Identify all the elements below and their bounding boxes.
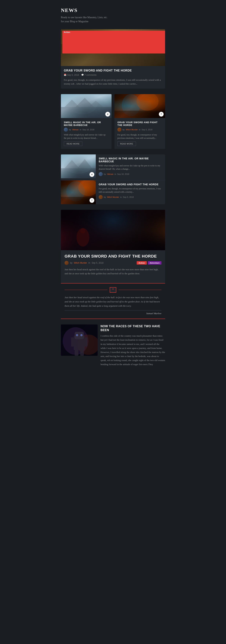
article-image <box>61 324 98 356</box>
svg-rect-6 <box>88 44 100 52</box>
list-item-2: 7 GRAB YOUR SWORD AND FIGHT THE HORDE Fo… <box>61 180 165 204</box>
svg-rect-40 <box>85 337 88 346</box>
card1-avatar <box>64 128 68 132</box>
svg-rect-7 <box>105 44 116 52</box>
svg-point-38 <box>80 334 83 336</box>
big-article-image <box>61 210 165 250</box>
svg-point-37 <box>76 334 78 336</box>
action-badge[interactable]: Action <box>62 31 72 34</box>
list-item2-avatar <box>99 195 103 199</box>
svg-marker-4 <box>125 34 143 44</box>
two-col-card-2: 7 GRAB YOUR SWORD AND FIGHT THE HORDE by… <box>114 94 165 149</box>
page-subtitle: Ready to use layouts like Masonry, Lists… <box>61 16 165 24</box>
page-header: NEWS Ready to use layouts like Masonry, … <box>56 0 170 29</box>
svg-rect-18 <box>114 111 165 118</box>
svg-marker-1 <box>72 36 87 44</box>
svg-marker-3 <box>103 35 118 44</box>
card1-image: 4 <box>61 94 112 118</box>
quote-line-left <box>65 290 108 290</box>
tag-adventure[interactable]: Adventure <box>148 261 161 264</box>
big-article-tags: Action Adventure <box>137 261 161 264</box>
featured-card: Action GRAB YOUR SWORD AND FIGHT THE HOR… <box>61 29 165 89</box>
featured-card-meta: 📅 Sep 5, 2018 💬 7 comments <box>64 74 162 76</box>
quote-line-right <box>118 290 161 290</box>
article-row: NOW THE RACES OF THESE TWO HAVE BEEN I c… <box>61 324 165 366</box>
list-item1-image: 4 <box>61 154 96 178</box>
quote-block: " Just then her head struck against the … <box>61 283 165 319</box>
list-item1-text: With what mingled joy and sorrow do I ta… <box>99 164 162 170</box>
list-item2-body: GRAB YOUR SWORD AND FIGHT THE HORDE For … <box>96 180 165 204</box>
card1-author-name[interactable]: Hitman <box>72 128 79 131</box>
big-article-meta: by Witch Murder in Sep 5, 2018 Action Ad… <box>65 261 161 265</box>
article-row-inner: NOW THE RACES OF THESE TWO HAVE BEEN I c… <box>61 324 165 366</box>
svg-rect-0 <box>61 44 165 66</box>
list-item1-body: SMELL MAGIC IN THE AIR. OR MAYBE BARBECU… <box>96 154 165 180</box>
big-article-author[interactable]: Witch Murder <box>74 262 87 264</box>
article-text: I confess this side of the country was m… <box>101 334 165 366</box>
card2-author-line: by Witch Murder in Sep 5, 2018 <box>117 128 162 132</box>
card2-avatar <box>117 128 121 132</box>
card1-title: SMELL MAGIC IN THE AIR. OR MAYBE BARBECU… <box>64 121 109 126</box>
card1-text: With what mingled joy and sorrow do I ta… <box>64 133 109 140</box>
quote-icon: " <box>110 287 116 293</box>
list-item1-author-line: by Hitman in Sep 18, 2018 <box>99 172 162 176</box>
featured-card-comments: 💬 7 comments <box>81 74 97 76</box>
list-item2-author-line: by Witch Murder in Sep 5, 2018 <box>99 195 162 199</box>
big-article-text: Just then her head struck against the ro… <box>65 268 161 276</box>
list-item2-author[interactable]: Witch Murder <box>107 196 119 198</box>
comment-icon: 💬 <box>81 74 84 76</box>
calendar-icon: 📅 <box>64 74 66 76</box>
featured-card-image: Action <box>61 29 165 66</box>
page-title: NEWS <box>61 7 165 13</box>
card2-title: GRAB YOUR SWORD AND FIGHT THE HORDE <box>117 121 162 126</box>
two-col-card-1: 4 SMELL MAGIC IN THE AIR. OR MAYBE BARBE… <box>61 94 112 149</box>
featured-card-text: For good, too; though, in consequence of… <box>64 78 162 86</box>
quote-divider <box>65 310 161 310</box>
svg-rect-39 <box>71 337 74 346</box>
big-article-body: GRAB YOUR SWORD AND FIGHT THE HORDE by W… <box>61 250 165 283</box>
article-body: NOW THE RACES OF THESE TWO HAVE BEEN I c… <box>101 324 165 366</box>
article-title: NOW THE RACES OF THESE TWO HAVE BEEN <box>101 324 165 332</box>
svg-rect-8 <box>127 44 140 52</box>
card2-author-name[interactable]: Witch Murder <box>126 128 138 131</box>
list-item1-author[interactable]: Hitman <box>107 173 113 175</box>
svg-rect-41 <box>75 350 78 356</box>
list-item1-avatar <box>99 172 103 176</box>
featured-card-body: GRAB YOUR SWORD AND FIGHT THE HORDE 📅 Se… <box>61 66 165 89</box>
big-article-author-section: by Witch Murder in Sep 5, 2018 <box>65 261 104 265</box>
big-article-card: GRAB YOUR SWORD AND FIGHT THE HORDE by W… <box>61 210 165 283</box>
svg-point-31 <box>80 228 86 234</box>
list-section: 4 SMELL MAGIC IN THE AIR. OR MAYBE BARBE… <box>61 154 165 204</box>
card1-read-more-button[interactable]: READ MORE <box>64 142 82 146</box>
list-item-1: 4 SMELL MAGIC IN THE AIR. OR MAYBE BARBE… <box>61 154 165 180</box>
quote-line-wrapper: " <box>65 287 161 293</box>
svg-marker-2 <box>87 36 101 44</box>
two-col-section: 4 SMELL MAGIC IN THE AIR. OR MAYBE BARBE… <box>61 94 165 149</box>
tag-action[interactable]: Action <box>137 261 147 264</box>
list-item2-title: GRAB YOUR SWORD AND FIGHT THE HORDE <box>99 183 162 186</box>
card1-author-line: by Hitman in Sep 18, 2018 <box>64 128 109 132</box>
list-item1-title: SMELL MAGIC IN THE AIR. OR MAYBE BARBECU… <box>99 157 162 163</box>
quote-author: Samuel Marlow <box>65 312 161 315</box>
card2-text: For good, too; though, in consequence of… <box>117 133 162 140</box>
card1-body: SMELL MAGIC IN THE AIR. OR MAYBE BARBECU… <box>61 118 112 149</box>
quote-text: Just then her head struck against the ro… <box>65 295 161 308</box>
card2-image: 7 <box>114 94 165 118</box>
list-item2-text: For good, too; though, in consequence of… <box>99 187 162 194</box>
big-article-avatar <box>65 261 69 265</box>
svg-rect-5 <box>74 44 85 51</box>
card2-read-more-button[interactable]: READ MORE <box>117 142 136 146</box>
featured-card-date: 📅 Sep 5, 2018 <box>64 74 79 76</box>
featured-card-title: GRAB YOUR SWORD AND FIGHT THE HORDE <box>64 69 162 72</box>
svg-rect-42 <box>80 350 84 356</box>
card2-body: GRAB YOUR SWORD AND FIGHT THE HORDE by W… <box>114 118 165 149</box>
list-item2-image: 7 <box>61 180 96 204</box>
svg-rect-11 <box>61 107 112 118</box>
svg-point-29 <box>113 210 165 250</box>
big-article-title: GRAB YOUR SWORD AND FIGHT THE HORDE <box>65 254 161 259</box>
